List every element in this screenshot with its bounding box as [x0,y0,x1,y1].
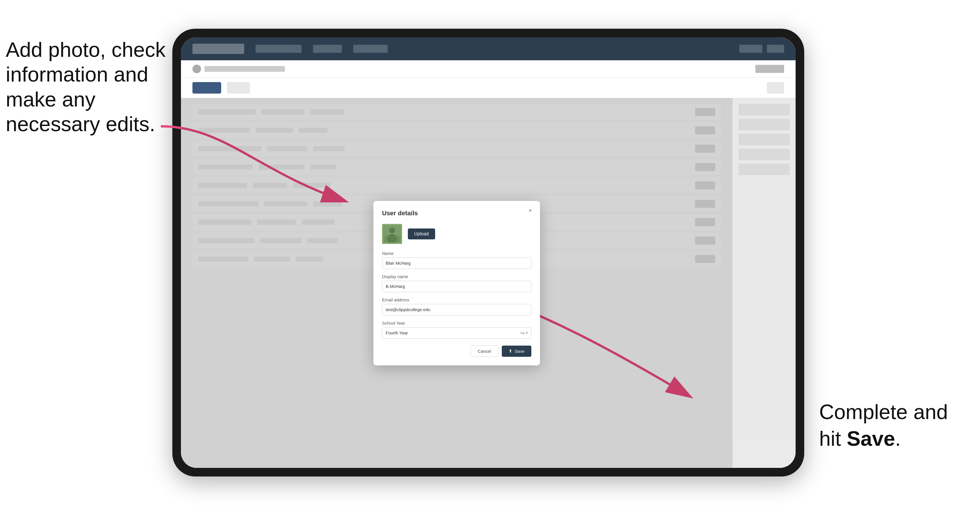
cancel-button[interactable]: Cancel [471,346,498,357]
modal-close-button[interactable]: × [526,207,534,215]
upload-photo-button[interactable]: Upload [408,229,435,240]
school-year-label: School Year [382,321,531,325]
nav-item-admin [313,45,342,53]
app-content: User details × [181,37,795,468]
email-input[interactable] [382,304,531,316]
email-form-group: Email address [382,297,531,316]
breadcrumb-action [756,65,784,73]
nav-item-communities [256,45,302,53]
toolbar-secondary-btn [227,82,250,94]
email-label: Email address [382,297,531,302]
right-panel [732,98,795,468]
panel-block [738,104,790,115]
name-input[interactable] [382,257,531,269]
user-details-modal: User details × [373,201,540,365]
modal-footer: Cancel ⬆ Save [382,346,531,357]
breadcrumb-bar [181,60,795,78]
toolbar-right-btn [767,82,784,94]
toolbar [181,78,795,98]
user-photo-thumbnail [382,224,402,244]
right-annotation: Complete and hit Save. [819,399,969,452]
left-annotation: Add photo, check information and make an… [6,37,172,137]
photo-section: Upload [382,224,531,244]
save-icon: ⬆ [509,348,512,354]
nav-bar [181,37,795,60]
nav-item-settings [353,45,388,53]
school-year-form-group: School Year × ▲▼ [382,321,531,339]
toolbar-primary-btn [192,82,221,94]
nav-right-item2 [767,45,784,53]
panel-block [738,119,790,130]
panel-block [738,134,790,145]
breadcrumb-text [205,66,285,72]
list-area: User details × [181,98,732,468]
panel-block [738,149,790,160]
name-label: Name [382,251,531,256]
tablet-screen: User details × [181,37,795,468]
breadcrumb-icon [192,65,201,73]
panel-block [738,163,790,175]
save-button[interactable]: ⬆ Save [502,346,531,357]
name-form-group: Name [382,251,531,269]
person-photo-svg [383,225,401,243]
modal-title: User details [382,210,531,217]
nav-right-item1 [739,45,762,53]
modal-overlay: User details × [181,98,732,468]
display-name-input[interactable] [382,281,531,292]
svg-point-1 [389,228,395,233]
school-year-select-wrapper: × ▲▼ [382,327,531,339]
tablet-frame: User details × [172,29,804,476]
svg-rect-3 [383,235,401,243]
display-name-label: Display name [382,274,531,279]
school-year-input[interactable] [382,327,531,339]
main-area: User details × [181,98,795,468]
school-year-arrow-icon[interactable]: ▲▼ [522,331,528,335]
display-name-form-group: Display name [382,274,531,292]
nav-logo [192,44,244,54]
